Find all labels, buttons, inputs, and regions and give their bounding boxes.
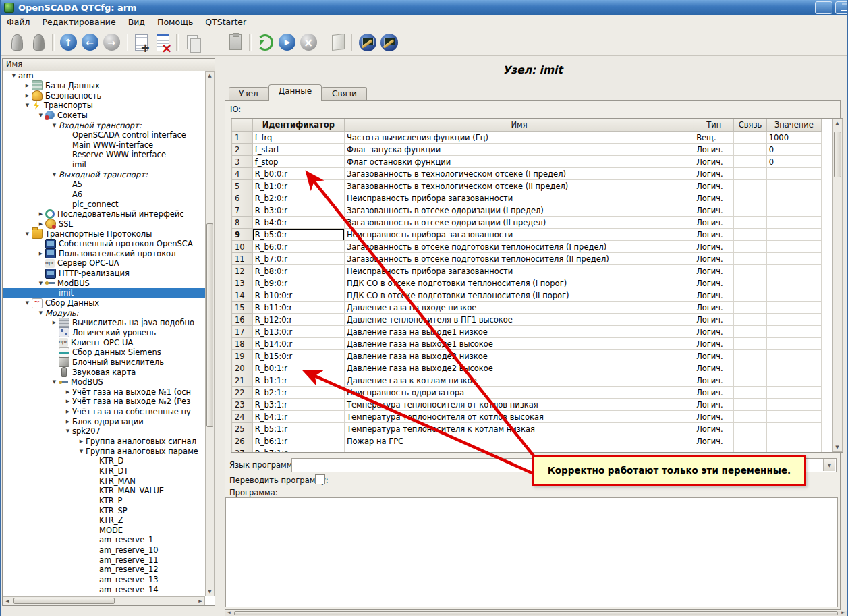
link-cell[interactable] [734, 156, 766, 168]
expanded-arrow-icon[interactable]: ▼ [23, 231, 32, 237]
link-cell[interactable] [734, 338, 766, 350]
copy-button[interactable] [181, 32, 203, 53]
value-cell[interactable] [766, 253, 821, 265]
value-cell[interactable] [766, 362, 821, 374]
tree-item[interactable]: ▼arm [3, 71, 205, 81]
row-number-cell[interactable]: 18 [232, 338, 253, 350]
title-bar[interactable]: OpenSCADA QTCfg: arm ─ [1, 0, 847, 16]
tab-active[interactable]: Данные [268, 84, 322, 101]
tree-item[interactable]: ▼Входной транспорт: [3, 120, 205, 130]
tree-item[interactable]: ▼ModBUS [3, 278, 205, 288]
id-cell[interactable]: R_b4:1:r [252, 411, 344, 423]
col-header-name[interactable]: Имя [344, 119, 694, 132]
type-cell[interactable]: Логич. [694, 192, 734, 204]
save-button[interactable] [28, 32, 49, 53]
tab-inactive[interactable]: Узел [229, 87, 268, 101]
type-cell[interactable]: Логич. [694, 204, 734, 217]
value-cell[interactable] [766, 289, 821, 302]
row-number-cell[interactable]: 21 [232, 374, 253, 387]
type-cell[interactable]: Логич. [694, 289, 734, 302]
scroll-up-icon[interactable]: ▲ [833, 119, 841, 128]
tree-item[interactable]: ▼Группа аналоговых параме [3, 446, 205, 456]
program-textarea[interactable] [225, 497, 838, 607]
forward-button[interactable] [101, 32, 122, 53]
row-number-cell[interactable]: 12 [232, 265, 253, 277]
maximize-button[interactable] [835, 1, 848, 14]
value-cell[interactable]: 1000 [766, 132, 821, 144]
name-cell[interactable]: Флаг остановки функции [344, 156, 694, 168]
link-cell[interactable] [734, 374, 766, 387]
tree-item[interactable]: KTR_SP [3, 505, 205, 515]
name-cell[interactable]: Загазованность в технологическом отсеке … [344, 168, 694, 180]
id-cell[interactable]: f_start [252, 144, 344, 156]
type-cell[interactable]: Логич. [694, 314, 734, 326]
tree-item[interactable]: ▼Сбор Данных [3, 298, 205, 308]
value-cell[interactable] [766, 265, 821, 277]
expanded-arrow-icon[interactable]: ▼ [77, 449, 86, 454]
link-cell[interactable] [734, 277, 766, 289]
row-number-cell[interactable]: 14 [232, 289, 253, 302]
value-cell[interactable] [766, 192, 821, 204]
scroll-thumb[interactable] [834, 132, 841, 177]
link-cell[interactable] [734, 192, 766, 204]
type-cell[interactable]: Логич. [694, 168, 734, 180]
tree-item[interactable]: ▶Блок одоризации [3, 416, 205, 426]
type-cell[interactable]: Логич. [694, 399, 734, 411]
id-cell[interactable]: R_b7:0:r [252, 253, 344, 265]
tree-item[interactable]: ▶Безопасность [3, 90, 205, 101]
tree-item[interactable]: am_reserve_11 [3, 555, 205, 565]
refresh-button[interactable] [254, 32, 276, 53]
up-button[interactable] [57, 32, 79, 53]
row-number-cell[interactable]: 9 [232, 229, 253, 241]
row-number-cell[interactable]: 15 [232, 302, 253, 314]
expanded-arrow-icon[interactable]: ▼ [23, 300, 32, 306]
type-cell[interactable]: Логич. [694, 156, 734, 168]
row-number-cell[interactable]: 16 [232, 314, 253, 326]
row-number-cell[interactable]: 27 [232, 447, 253, 453]
name-cell[interactable]: ПДК СО в отсеке подготовки теплоносителя… [344, 277, 694, 289]
scroll-left-icon[interactable]: ◄ [3, 597, 11, 605]
translate-program-checkbox[interactable] [315, 474, 325, 484]
value-cell[interactable] [766, 447, 821, 453]
id-cell[interactable]: R_b10:0:r [252, 289, 344, 302]
expanded-arrow-icon[interactable]: ▼ [50, 172, 59, 177]
collapsed-arrow-icon[interactable]: ▶ [50, 320, 59, 325]
tree-item[interactable]: ▶Группа аналоговых сигнал [3, 437, 205, 447]
id-cell[interactable]: R_b2:1:r [252, 387, 344, 399]
type-cell[interactable]: Логич. [694, 277, 734, 289]
row-number-cell[interactable]: 20 [232, 362, 253, 374]
link-cell[interactable] [734, 253, 766, 265]
scroll-right-icon[interactable]: ► [196, 597, 204, 605]
col-header-num[interactable] [232, 119, 253, 132]
tree-item[interactable]: KTR_P [3, 496, 205, 506]
row-number-cell[interactable]: 2 [232, 144, 253, 156]
id-cell[interactable]: f_frq [252, 132, 344, 144]
row-number-cell[interactable]: 8 [232, 217, 253, 229]
type-cell[interactable]: Логич. [694, 217, 734, 229]
panel-horizontal-scrollbar[interactable]: ◄ ► [225, 611, 847, 616]
tree-horizontal-scrollbar[interactable]: ◄ ► [3, 596, 205, 605]
tree-item[interactable]: ▼Сокеты [3, 111, 205, 121]
name-cell[interactable]: Температура теплоносителя от котлов высо… [344, 411, 694, 423]
value-cell[interactable] [766, 399, 821, 411]
tree-item[interactable]: ▼Выходной транспорт: [3, 169, 205, 179]
collapsed-arrow-icon[interactable]: ▶ [63, 409, 72, 414]
name-cell[interactable]: Давление газа к котлам низкое [344, 374, 694, 387]
type-cell[interactable]: Логич. [694, 180, 734, 192]
id-cell[interactable]: R_b1:1:r [252, 374, 344, 387]
menu-item[interactable]: Вид [122, 16, 151, 28]
expanded-arrow-icon[interactable]: ▼ [63, 428, 72, 434]
tree-item[interactable]: MODE [3, 525, 205, 535]
type-cell[interactable]: Логич. [694, 229, 734, 241]
table-vertical-scrollbar[interactable]: ▲ ▼ [832, 119, 843, 452]
type-cell[interactable]: Логич. [694, 374, 734, 387]
value-cell[interactable] [766, 314, 821, 326]
name-cell[interactable]: Неисправность прибора загазованности [344, 229, 694, 241]
type-cell[interactable] [694, 447, 734, 453]
link-cell[interactable] [734, 362, 766, 374]
name-cell[interactable]: Давление теплоносителя в ПГ1 высокое [344, 314, 694, 326]
id-cell[interactable]: R_b0:1:r [252, 362, 344, 374]
tree-item[interactable]: HTTP-реализация [3, 269, 205, 279]
collapsed-arrow-icon[interactable]: ▶ [63, 389, 72, 395]
name-cell[interactable]: ПДК СО в отсеке подготовки теплоносителя… [344, 289, 694, 302]
